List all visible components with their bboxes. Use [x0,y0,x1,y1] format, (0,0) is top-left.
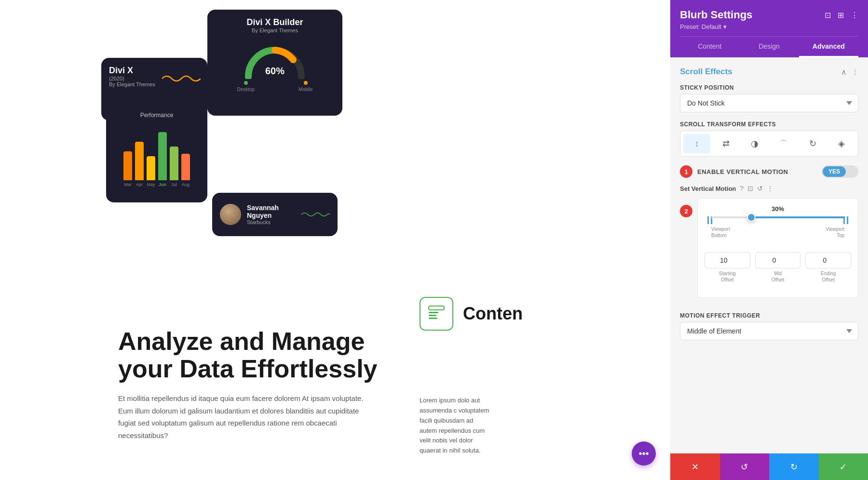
undo-icon: ↺ [741,462,748,472]
gauge-chart: 60% [241,38,309,79]
scroll-transform-label: Scroll Transform Effects [680,121,858,128]
slider-labels: ViewportBottom ViewportTop [711,226,844,239]
avatar-image [220,204,241,225]
sticky-position-select[interactable]: Do Not Stick Top of Viewport Bottom of V… [680,94,858,112]
save-button[interactable]: ✓ [819,453,868,480]
fab-dots-icon: ••• [638,448,649,459]
month-labels: Mar Apr May Jun Jul Aug [112,182,202,187]
blurb-icon-box [420,297,453,331]
transform-rotate-btn[interactable]: ↻ [799,134,826,153]
card-builder: Divi X Builder By Elegant Themes 60% Des… [207,10,342,116]
mid-offset-input[interactable] [755,252,801,268]
person-info: Savannah Nguyen Starbucks [247,204,296,225]
content-section: Conten [420,297,523,331]
blurb-icon [427,304,446,323]
ending-offset-group: EndingOffset [805,252,851,283]
month-jul: Jul [170,182,178,187]
mobile-indicator: Mobile [298,81,312,92]
avatar [220,204,241,225]
viewport-top-label: ViewportTop [826,226,844,239]
starting-offset-label: StartingOffset [719,270,735,283]
month-apr: Apr [135,182,144,187]
preset-label: Preset: Default [680,23,721,30]
set-vertical-motion-label: Set Vertical Motion [680,185,736,192]
enable-vertical-motion-label: Enable Vertical Motion [697,168,788,175]
save-icon: ✓ [840,462,847,472]
ending-offset-input[interactable] [805,252,851,268]
svg-text:60%: 60% [265,66,285,76]
motion-trigger-select[interactable]: Middle of Element Top of Element Bottom … [680,322,858,340]
panel-preset[interactable]: Preset: Default ▾ [680,23,858,30]
header-icons: ⊡ ⊞ ⋮ [825,11,858,20]
preset-arrow: ▾ [723,23,727,30]
tab-advanced[interactable]: Advanced [799,37,858,57]
mid-offset-group: MidOffset [755,252,801,283]
panel-title: Blurb Settings [680,9,752,21]
help-icon[interactable]: ? [740,185,744,192]
transform-scale-btn[interactable]: ◈ [828,134,855,153]
layout-icon[interactable]: ⊞ [838,11,844,20]
cancel-button[interactable]: ✕ [670,453,720,480]
enable-vertical-motion-row: Enable Vertical Motion YES [697,165,858,178]
scroll-effects-header: Scroll Effects ∧ ⋮ [680,67,858,77]
mobile-label: Mobile [298,87,312,92]
screen-icon[interactable]: ⊡ [825,11,831,20]
fab-button[interactable]: ••• [632,441,656,466]
transform-blur-btn[interactable]: ⌒ [770,134,797,153]
more-icon[interactable]: ⋮ [767,185,773,192]
tab-content[interactable]: Content [680,37,739,57]
section-menu-icon[interactable]: ⋮ [852,68,858,76]
sticky-position-label: Sticky Position [680,84,858,91]
cancel-icon: ✕ [692,462,699,472]
redo-button[interactable]: ↻ [769,453,819,480]
lorem-text: Lorem ipsum dolo aut assumenda c volupta… [420,396,492,456]
slider-track[interactable] [711,216,844,218]
viewport-bottom-label: ViewportBottom [711,226,730,239]
card-builder-title: Divi X Builder [246,17,303,27]
bar-jun [158,132,167,180]
set-vertical-motion-row: Set Vertical Motion ? ⊡ ↺ ⋮ [680,185,858,192]
headline-line2: your Data Effortlessly [118,355,378,383]
month-may: May [147,182,155,187]
scroll-effects-title: Scroll Effects [680,67,732,77]
transform-horizontal-btn[interactable]: ⇄ [712,134,739,153]
toggle-yes[interactable]: YES [823,166,846,177]
panel-tabs: Content Design Advanced [680,36,858,57]
motion-trigger-section: Motion Effect Trigger Middle of Element … [680,312,858,340]
month-jun: Jun [158,182,167,187]
toggle-no[interactable] [846,170,857,173]
device-indicators: Desktop Mobile [215,81,335,92]
slider-percent-label: 30% [705,205,851,213]
copy-icon[interactable]: ⊡ [747,185,753,192]
main-preview: Divi X (2020) By Elegant Themes Divi X B… [0,0,670,480]
collapse-icon[interactable]: ∧ [841,67,847,77]
panel-header: Blurb Settings ⊡ ⊞ ⋮ Preset: Default ▾ C… [670,0,868,57]
menu-icon[interactable]: ⋮ [851,11,858,20]
bars-chart [112,122,202,180]
redo-icon: ↻ [790,462,798,472]
performance-title: Performance [112,112,202,119]
bar-may [147,156,155,180]
content-label: Conten [463,304,523,324]
transform-fade-btn[interactable]: ◑ [741,134,768,153]
main-headline: Analyze and Manage your Data Effortlessl… [118,328,485,383]
motion-trigger-label: Motion Effect Trigger [680,312,858,319]
squiggle-green-icon [301,209,330,221]
action-bar: ✕ ↺ ↻ ✓ [670,453,868,480]
reset-icon[interactable]: ↺ [757,185,763,192]
step-badge-1: 1 [680,165,692,178]
svg-rect-2 [429,312,438,313]
lorem-section: Lorem ipsum dolo aut assumenda c volupta… [420,396,492,456]
person-name: Savannah Nguyen [247,204,296,219]
starting-offset-input[interactable] [705,252,750,268]
month-mar: Mar [123,182,132,187]
bar-jul [170,147,178,180]
undo-button[interactable]: ↺ [720,453,770,480]
panel-content-area[interactable]: Scroll Effects ∧ ⋮ Sticky Position Do No… [670,57,868,453]
tab-design[interactable]: Design [739,37,799,57]
transform-vertical-btn[interactable]: ↕ [683,134,710,153]
slider-thumb[interactable] [747,213,756,222]
section-actions: ∧ ⋮ [841,67,858,77]
toggle-container[interactable]: YES [822,165,858,178]
transform-icons-row: ↕ ⇄ ◑ ⌒ ↻ ◈ [680,131,858,157]
